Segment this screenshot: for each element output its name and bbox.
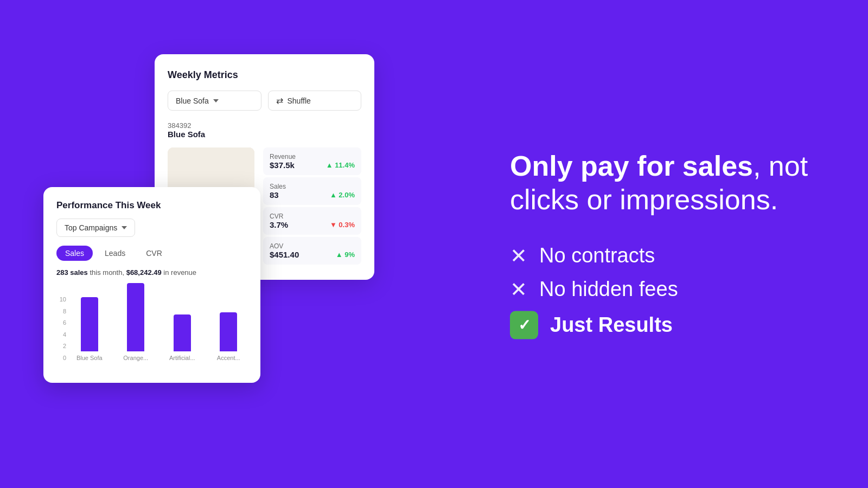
shuffle-icon: ⇄: [276, 95, 283, 106]
bar-group-orange: Orange...: [117, 283, 155, 361]
product-name: Blue Sofa: [168, 130, 361, 139]
summary-text: 283 sales this month, $68,242.49 in reve…: [56, 268, 247, 277]
product-id: 384392: [168, 121, 361, 130]
product-dropdown[interactable]: Blue Sofa: [168, 91, 261, 111]
stat-cvr: CVR 3.7% ▼ 0.3%: [263, 207, 361, 235]
stat-sales: Sales 83 ▲ 2.0%: [263, 177, 361, 205]
y-label-10: 10: [56, 296, 66, 303]
bar-chart: 0 2 4 6 8 10 Blue Sofa Orange... Artific…: [56, 285, 247, 372]
product-info: 384392 Blue Sofa: [168, 121, 361, 139]
weekly-metrics-title: Weekly Metrics: [168, 69, 361, 81]
stat-sales-change: ▲ 2.0%: [330, 191, 355, 199]
y-label-8: 8: [56, 308, 66, 314]
feature-no-hidden-fees: ✕ No hidden fees: [510, 277, 825, 301]
shuffle-button[interactable]: ⇄ Shuffle: [268, 91, 362, 111]
feature-list: ✕ No contracts ✕ No hidden fees ✓ Just R…: [510, 243, 825, 339]
stat-revenue-change: ▲ 11.4%: [326, 161, 355, 169]
headline: Only pay for sales, not clicks or impres…: [510, 149, 825, 217]
metrics-stats: Revenue $37.5k ▲ 11.4% Sales 83 ▲ 2.0% C…: [263, 147, 361, 265]
summary-revenue: $68,242.49: [126, 268, 162, 277]
stat-aov-change: ▲ 9%: [336, 251, 355, 259]
stat-cvr-label: CVR: [270, 213, 355, 220]
bar-label-accent: Accent...: [217, 355, 240, 361]
chart-y-axis: 0 2 4 6 8 10: [56, 296, 66, 372]
tabs-row: Sales Leads CVR: [56, 246, 247, 261]
x-icon-contracts: ✕: [510, 243, 527, 267]
feature-just-results: ✓ Just Results: [510, 311, 825, 339]
tab-leads[interactable]: Leads: [96, 246, 134, 261]
stat-sales-label: Sales: [270, 183, 355, 190]
stat-aov: AOV $451.40 ▲ 9%: [263, 237, 361, 265]
bar-accent: [220, 312, 237, 351]
feature-just-results-text: Just Results: [550, 313, 673, 337]
stat-aov-label: AOV: [270, 242, 355, 250]
right-panel: Only pay for sales, not clicks or impres…: [510, 149, 825, 339]
feature-no-contracts: ✕ No contracts: [510, 243, 825, 267]
bar-label-orange: Orange...: [123, 355, 148, 361]
y-label-4: 4: [56, 331, 66, 338]
perf-header: Performance This Week Top Campaigns: [56, 200, 247, 237]
x-icon-fees: ✕: [510, 277, 527, 301]
controls-row: Blue Sofa ⇄ Shuffle: [168, 91, 361, 111]
headline-bold: Only pay for sales: [510, 150, 753, 182]
chart-area: Blue Sofa Orange... Artificial... Accent…: [71, 283, 247, 372]
bar-label-blue-sofa: Blue Sofa: [76, 355, 103, 361]
stat-sales-value: 83: [270, 190, 279, 200]
bar-group-blue-sofa: Blue Sofa: [71, 297, 108, 361]
stat-aov-value: $451.40: [270, 250, 299, 259]
bar-group-artificial: Artificial...: [163, 314, 201, 361]
product-dropdown-label: Blue Sofa: [176, 97, 209, 105]
tab-cvr[interactable]: CVR: [137, 246, 171, 261]
stat-revenue: Revenue $37.5k ▲ 11.4%: [263, 147, 361, 175]
feature-no-contracts-text: No contracts: [539, 244, 655, 267]
shuffle-label: Shuffle: [288, 97, 311, 105]
bar-group-accent: Accent...: [210, 312, 248, 361]
tab-sales[interactable]: Sales: [56, 246, 93, 261]
bar-label-artificial: Artificial...: [169, 355, 195, 361]
perf-title: Performance This Week: [56, 200, 247, 211]
stat-cvr-value: 3.7%: [270, 220, 288, 229]
campaigns-dropdown[interactable]: Top Campaigns: [56, 219, 135, 237]
chevron-down-icon: [122, 226, 127, 229]
performance-card: Performance This Week Top Campaigns Sale…: [43, 187, 260, 383]
stat-revenue-label: Revenue: [270, 153, 355, 160]
check-box-icon: ✓: [510, 311, 538, 339]
bar-orange: [127, 283, 144, 351]
y-label-6: 6: [56, 319, 66, 326]
stat-cvr-change: ▼ 0.3%: [330, 221, 355, 229]
chevron-down-icon: [213, 99, 219, 102]
bar-blue-sofa: [81, 297, 98, 351]
stat-revenue-value: $37.5k: [270, 160, 295, 170]
campaigns-dropdown-label: Top Campaigns: [65, 223, 117, 232]
summary-count: 283 sales: [56, 268, 88, 277]
feature-no-hidden-fees-text: No hidden fees: [539, 278, 678, 301]
y-label-0: 0: [56, 355, 66, 361]
bar-artificial: [174, 314, 191, 351]
y-label-2: 2: [56, 343, 66, 349]
